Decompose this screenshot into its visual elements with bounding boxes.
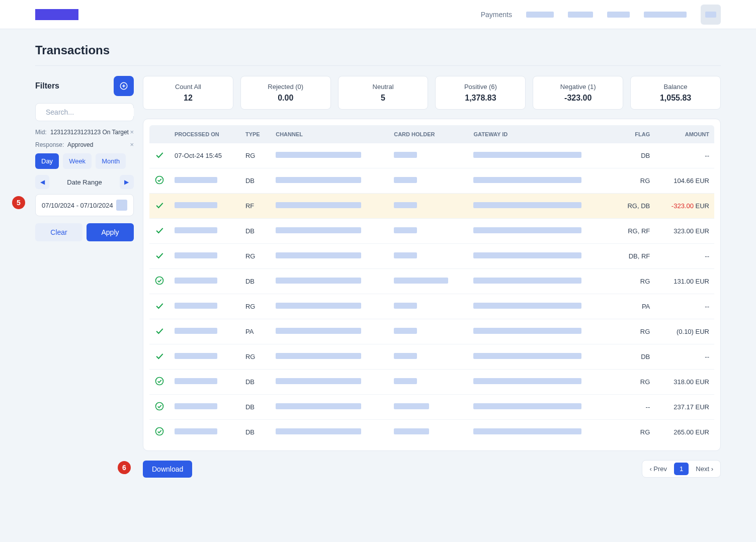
cell-type: DB bbox=[240, 370, 271, 395]
cell-type: RG bbox=[240, 344, 271, 370]
cell-gateway bbox=[468, 244, 615, 269]
table-row[interactable]: DBRG104.66 EUR bbox=[149, 168, 714, 194]
table-row[interactable]: 07-Oct-24 15:45RGDB-- bbox=[149, 143, 714, 168]
nav-item-placeholder[interactable] bbox=[607, 12, 630, 18]
cell-channel bbox=[271, 194, 389, 219]
filter-mid-value: 123123123123123 On Target bbox=[50, 129, 129, 136]
cell-type: DB bbox=[240, 395, 271, 420]
th-cardholder[interactable]: Card Holder bbox=[389, 125, 468, 143]
annotation-marker-5: 5 bbox=[12, 196, 25, 209]
placeholder bbox=[473, 202, 581, 208]
filter-mid-label: Mid: bbox=[35, 129, 47, 136]
cell-channel bbox=[271, 143, 389, 168]
date-range-value: 07/10/2024 - 07/10/2024 bbox=[42, 202, 113, 209]
pager-prev[interactable]: ‹ Prev bbox=[644, 463, 672, 475]
date-range-input[interactable]: 07/10/2024 - 07/10/2024 bbox=[35, 194, 134, 216]
cell-type: DB bbox=[240, 219, 271, 244]
logo bbox=[35, 9, 78, 20]
table-footer: 6 Download ‹ Prev 1 Next › bbox=[143, 460, 721, 478]
th-flag[interactable]: Flag bbox=[615, 125, 655, 143]
cell-amount: 323.00 EUR bbox=[655, 219, 714, 244]
cell-flag: DB bbox=[615, 344, 655, 370]
cell-type: PA bbox=[240, 319, 271, 344]
check-circle-icon bbox=[154, 380, 164, 388]
table-row[interactable]: RGDB, RF-- bbox=[149, 244, 714, 269]
stat-card[interactable]: Balance1,055.83 bbox=[630, 76, 721, 110]
pager-current[interactable]: 1 bbox=[674, 463, 689, 475]
table-row[interactable]: DBRG131.00 EUR bbox=[149, 269, 714, 294]
period-month[interactable]: Month bbox=[96, 153, 126, 169]
download-button[interactable]: Download bbox=[143, 461, 192, 478]
th-amount[interactable]: Amount bbox=[655, 125, 714, 143]
th-processed[interactable]: Processed On bbox=[170, 125, 240, 143]
placeholder bbox=[394, 252, 417, 258]
th-gateway[interactable]: Gateway ID bbox=[468, 125, 615, 143]
cell-amount: -323.00 EUR bbox=[655, 194, 714, 219]
table-row[interactable]: RGDB-- bbox=[149, 344, 714, 370]
stat-value: 12 bbox=[143, 94, 233, 103]
cell-cardholder bbox=[389, 395, 468, 420]
cell-channel bbox=[271, 269, 389, 294]
placeholder bbox=[394, 303, 417, 309]
remove-filter-response[interactable]: × bbox=[130, 141, 134, 148]
check-circle-icon bbox=[154, 405, 164, 413]
clear-button[interactable]: Clear bbox=[35, 223, 82, 241]
cell-amount: 265.00 EUR bbox=[655, 420, 714, 445]
table-row[interactable]: DB--237.17 EUR bbox=[149, 395, 714, 420]
table-row[interactable]: DBRG, RF323.00 EUR bbox=[149, 219, 714, 244]
remove-filter-mid[interactable]: × bbox=[130, 128, 134, 136]
period-week[interactable]: Week bbox=[63, 153, 92, 169]
cell-processed bbox=[170, 294, 240, 319]
search-input-wrap[interactable] bbox=[35, 103, 134, 121]
cell-processed bbox=[170, 244, 240, 269]
date-next-button[interactable]: ▶ bbox=[120, 175, 134, 189]
check-circle-icon bbox=[154, 430, 164, 438]
add-filter-button[interactable] bbox=[114, 76, 134, 96]
cell-channel bbox=[271, 294, 389, 319]
placeholder bbox=[276, 428, 361, 434]
cell-flag: RG bbox=[615, 168, 655, 194]
cell-channel bbox=[271, 395, 389, 420]
stat-card[interactable]: Negative (1)-323.00 bbox=[533, 76, 623, 110]
table-row[interactable]: RFRG, DB-323.00 EUR bbox=[149, 194, 714, 219]
cell-gateway bbox=[468, 219, 615, 244]
date-prev-button[interactable]: ◀ bbox=[35, 175, 49, 189]
user-avatar[interactable] bbox=[701, 5, 721, 25]
check-icon bbox=[154, 355, 164, 363]
placeholder bbox=[276, 353, 361, 359]
table-row[interactable]: PARG(0.10) EUR bbox=[149, 319, 714, 344]
period-day[interactable]: Day bbox=[35, 153, 59, 169]
table-row[interactable]: DBRG318.00 EUR bbox=[149, 370, 714, 395]
cell-cardholder bbox=[389, 370, 468, 395]
stat-card[interactable]: Count All12 bbox=[143, 76, 233, 110]
cell-flag: DB, RF bbox=[615, 244, 655, 269]
stat-card[interactable]: Positive (6)1,378.83 bbox=[435, 76, 526, 110]
nav-item-placeholder[interactable] bbox=[526, 12, 554, 18]
th-type[interactable]: Type bbox=[240, 125, 271, 143]
table-row[interactable]: RGPA-- bbox=[149, 294, 714, 319]
placeholder bbox=[276, 403, 361, 409]
stat-value: 1,378.83 bbox=[436, 94, 525, 103]
period-selector: Day Week Month bbox=[35, 153, 134, 169]
cell-type: DB bbox=[240, 420, 271, 445]
table-row[interactable]: DBRG265.00 EUR bbox=[149, 420, 714, 445]
pager-next[interactable]: Next › bbox=[691, 463, 718, 475]
stat-card[interactable]: Rejected (0)0.00 bbox=[240, 76, 331, 110]
nav-item-placeholder[interactable] bbox=[568, 12, 593, 18]
stat-card[interactable]: Neutral5 bbox=[338, 76, 429, 110]
cell-gateway bbox=[468, 194, 615, 219]
cell-cardholder bbox=[389, 269, 468, 294]
nav-item-placeholder[interactable] bbox=[644, 12, 687, 18]
calendar-icon[interactable] bbox=[116, 200, 127, 211]
cell-flag: -- bbox=[615, 395, 655, 420]
placeholder bbox=[175, 303, 217, 309]
th-channel[interactable]: Channel bbox=[271, 125, 389, 143]
nav-payments[interactable]: Payments bbox=[481, 11, 512, 19]
placeholder bbox=[175, 428, 217, 434]
search-input[interactable] bbox=[46, 108, 134, 116]
date-range-nav: ◀ Date Range ▶ bbox=[35, 175, 134, 189]
apply-button[interactable]: Apply bbox=[87, 223, 134, 241]
cell-type: DB bbox=[240, 269, 271, 294]
placeholder bbox=[473, 152, 581, 158]
stat-label: Balance bbox=[631, 83, 720, 91]
